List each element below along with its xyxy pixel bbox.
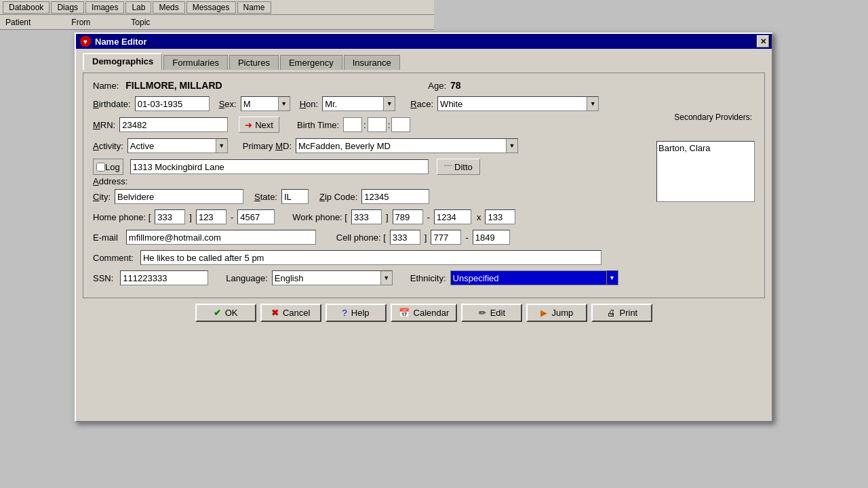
primary-md-combo-wrapper: ▼ bbox=[296, 138, 518, 153]
language-combo-wrapper: ▼ bbox=[272, 270, 393, 285]
city-input[interactable] bbox=[115, 189, 243, 204]
ok-button[interactable]: ✔ OK bbox=[195, 304, 256, 322]
primary-md-dropdown-arrow[interactable]: ▼ bbox=[506, 138, 518, 153]
hon-dropdown-arrow[interactable]: ▼ bbox=[383, 96, 395, 111]
activity-dropdown-arrow[interactable]: ▼ bbox=[216, 138, 228, 153]
patient-name: FILLMORE, MILLARD bbox=[125, 80, 315, 91]
tab-bar: Demographics Formularies Pictures Emerge… bbox=[83, 53, 765, 70]
topic-col: Topic bbox=[131, 18, 150, 27]
language-dropdown-arrow[interactable]: ▼ bbox=[380, 270, 393, 285]
activity-label: Activity: bbox=[93, 141, 123, 151]
birth-time-sec[interactable] bbox=[391, 117, 410, 132]
language-label: Language: bbox=[226, 273, 267, 283]
comment-row: Comment: bbox=[93, 250, 755, 265]
help-icon: ? bbox=[342, 308, 347, 318]
help-button[interactable]: ? Help bbox=[326, 304, 387, 322]
hon-input[interactable] bbox=[322, 96, 383, 111]
mrn-row: MRN: ➜ Next Birth Time: : : Secondary Pr… bbox=[93, 117, 755, 133]
tab-emergency[interactable]: Emergency bbox=[280, 55, 342, 70]
tab-demographics[interactable]: Demographics bbox=[83, 53, 162, 70]
primary-md-input[interactable] bbox=[296, 138, 506, 153]
race-input[interactable] bbox=[437, 96, 587, 111]
nav-diags[interactable]: Diags bbox=[51, 1, 84, 14]
cell-phone-area[interactable] bbox=[390, 230, 420, 245]
cell-phone-prefix[interactable] bbox=[431, 230, 461, 245]
hon-combo-wrapper: ▼ bbox=[322, 96, 395, 111]
comment-label: Comment: bbox=[93, 253, 134, 263]
activity-input[interactable] bbox=[127, 138, 216, 153]
home-phone-number[interactable] bbox=[237, 209, 275, 224]
address-input[interactable] bbox=[130, 159, 429, 174]
zip-input[interactable] bbox=[361, 189, 429, 204]
dialog-title: Name Editor bbox=[95, 37, 147, 47]
nav-images[interactable]: Images bbox=[85, 1, 124, 14]
language-input[interactable] bbox=[272, 270, 380, 285]
ssn-input[interactable] bbox=[120, 270, 208, 285]
nav-databook[interactable]: Databook bbox=[3, 1, 50, 14]
birthdate-input[interactable] bbox=[135, 96, 210, 111]
secondary-providers-label: Secondary Providers: bbox=[674, 113, 752, 122]
home-phone-prefix[interactable] bbox=[196, 209, 226, 224]
jump-button[interactable]: ▶ Jump bbox=[526, 304, 587, 322]
next-button[interactable]: ➜ Next bbox=[239, 117, 279, 133]
comment-input[interactable] bbox=[140, 250, 601, 265]
birth-time-min[interactable] bbox=[368, 117, 387, 132]
address-row: Log """ Ditto bbox=[93, 159, 755, 175]
ssn-lang-ethnicity-row: SSN: Language: ▼ Ethnicity: ▼ bbox=[93, 270, 755, 285]
cell-phone-label: Cell phone: [ bbox=[336, 232, 386, 243]
dialog-body: Demographics Formularies Pictures Emerge… bbox=[76, 49, 772, 329]
state-input[interactable] bbox=[281, 189, 309, 204]
ok-icon: ✔ bbox=[214, 308, 221, 318]
nav-messages[interactable]: Messages bbox=[186, 1, 236, 14]
next-arrow-icon: ➜ bbox=[245, 120, 252, 130]
calendar-button[interactable]: 📅 Calendar bbox=[391, 304, 458, 322]
sex-input[interactable] bbox=[241, 96, 278, 111]
patient-row: Patient From Topic bbox=[0, 15, 434, 30]
tab-formularies[interactable]: Formularies bbox=[163, 55, 228, 70]
name-label: Name: bbox=[93, 81, 119, 91]
calendar-icon: 📅 bbox=[399, 308, 410, 318]
edit-button[interactable]: ✏ Edit bbox=[461, 304, 522, 322]
log-checkbox[interactable] bbox=[96, 163, 105, 171]
work-phone-area[interactable] bbox=[351, 209, 382, 224]
email-cell-row: E-mail Cell phone: [ ] - bbox=[93, 230, 755, 245]
cancel-button[interactable]: ✖ Cancel bbox=[260, 304, 321, 322]
email-input[interactable] bbox=[126, 230, 316, 245]
city-state-zip-row: City: State: Zip Code: bbox=[93, 189, 755, 204]
jump-icon: ▶ bbox=[540, 308, 547, 318]
home-phone-area[interactable] bbox=[155, 209, 185, 224]
patient-col: Patient bbox=[5, 18, 31, 27]
name-age-row: Name: FILLMORE, MILLARD Age: 78 bbox=[93, 80, 755, 91]
tab-insurance[interactable]: Insurance bbox=[344, 55, 400, 70]
mrn-input[interactable] bbox=[119, 117, 228, 132]
log-label: Log bbox=[105, 162, 120, 172]
home-phone-label: Home phone: [ bbox=[93, 212, 151, 222]
log-area: Log bbox=[93, 159, 123, 175]
close-button[interactable]: ✕ bbox=[757, 35, 769, 47]
dialog-icon: ♥ bbox=[80, 36, 91, 47]
activity-row: Activity: ▼ Primary MD: ▼ Barton, Clara bbox=[93, 138, 755, 153]
birthdate-label: Birthdate: bbox=[93, 99, 131, 109]
ssn-label: SSN: bbox=[93, 273, 113, 283]
race-label: Race: bbox=[410, 99, 433, 109]
ethnicity-label: Ethnicity: bbox=[410, 273, 446, 283]
ethnicity-input[interactable] bbox=[450, 270, 606, 285]
ditto-button[interactable]: """ Ditto bbox=[437, 159, 480, 175]
tab-pictures[interactable]: Pictures bbox=[229, 55, 279, 70]
nav-name[interactable]: Name bbox=[237, 1, 271, 14]
zip-label: Zip Code: bbox=[319, 192, 357, 202]
sex-label: Sex: bbox=[219, 99, 237, 109]
ethnicity-dropdown-arrow[interactable]: ▼ bbox=[606, 270, 618, 285]
cell-phone-number[interactable] bbox=[473, 230, 510, 245]
race-dropdown-arrow[interactable]: ▼ bbox=[587, 96, 599, 111]
print-button[interactable]: 🖨 Print bbox=[591, 304, 652, 322]
work-phone-ext[interactable] bbox=[485, 209, 515, 224]
work-phone-number[interactable] bbox=[434, 209, 471, 224]
nav-meds[interactable]: Meds bbox=[153, 1, 184, 14]
sex-dropdown-arrow[interactable]: ▼ bbox=[278, 96, 290, 111]
ethnicity-combo-wrapper: ▼ bbox=[450, 270, 618, 285]
birth-time-hour[interactable] bbox=[343, 117, 362, 132]
work-phone-prefix[interactable] bbox=[393, 209, 423, 224]
activity-combo-wrapper: ▼ bbox=[127, 138, 228, 153]
nav-lab[interactable]: Lab bbox=[125, 1, 151, 14]
